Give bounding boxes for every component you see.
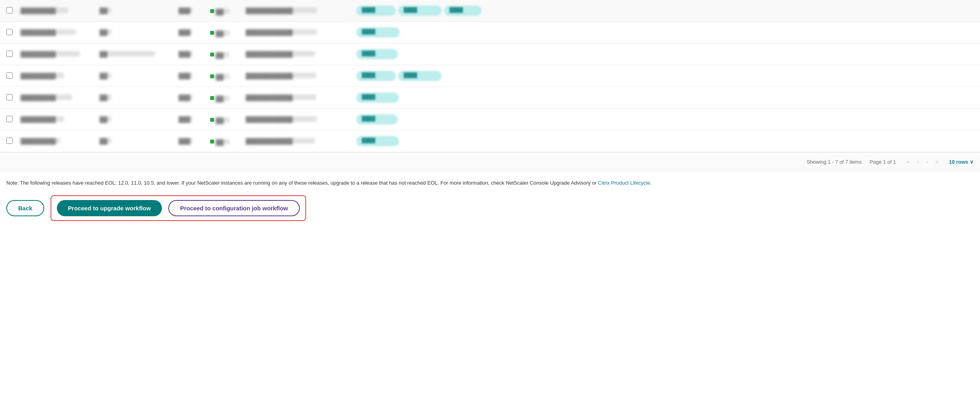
- status-dot: [210, 74, 214, 78]
- instance-group: ██: [100, 51, 155, 57]
- pagination-nav: « ‹ › »: [904, 157, 941, 166]
- pagination-page: Page 1 of 1: [870, 159, 896, 165]
- instance-version: ███: [179, 51, 192, 57]
- row-checkbox[interactable]: [6, 7, 13, 13]
- instance-version: ███: [179, 8, 192, 13]
- status-label: ██: [216, 96, 229, 101]
- tag-badge: ████: [356, 114, 398, 125]
- instance-name: █████████: [21, 73, 64, 78]
- instance-build: ████████████: [246, 138, 315, 144]
- status-label: ██: [216, 9, 229, 14]
- tag-badge: ████: [356, 6, 396, 16]
- table-wrapper: ████████████████████████████████████████…: [0, 0, 980, 152]
- instance-group: ██: [100, 94, 111, 100]
- instance-group: ██: [100, 29, 111, 35]
- instance-build: ████████████: [246, 116, 317, 122]
- instance-version: ███: [179, 138, 192, 144]
- status-dot: [210, 140, 214, 144]
- row-checkbox[interactable]: [6, 94, 13, 100]
- row-checkbox[interactable]: [6, 72, 13, 79]
- tag-badge: ████: [356, 136, 399, 146]
- rows-per-page-select[interactable]: 10 rows ∨: [949, 159, 974, 165]
- table-row: ████████████████████████████████: [0, 43, 980, 65]
- row-checkbox[interactable]: [6, 116, 13, 122]
- instance-name: █████████: [21, 94, 72, 100]
- status-dot: [210, 118, 214, 122]
- instances-table: ████████████████████████████████████████…: [0, 0, 980, 152]
- instance-build: ████████████: [246, 73, 316, 78]
- instance-name: █████████: [21, 51, 80, 57]
- pagination-info: Showing 1 - 7 of 7 items: [807, 159, 861, 165]
- instance-group: ██: [100, 138, 111, 144]
- status-dot: [210, 31, 214, 35]
- tag-badge: ████: [398, 71, 442, 81]
- note-text: Note: The following releases have reache…: [6, 179, 974, 187]
- status-dot: [210, 9, 214, 13]
- status-label: ██: [216, 139, 229, 144]
- prev-page-button[interactable]: ‹: [914, 157, 921, 166]
- tag-badge: ████: [398, 6, 442, 16]
- instance-group: ██: [100, 116, 111, 122]
- table-row: ████████████████████████████████████: [0, 65, 980, 87]
- table-row: ████████████████████████████████████████: [0, 0, 980, 22]
- status-label: ██: [216, 52, 229, 57]
- instance-version: ███: [179, 73, 192, 78]
- instance-build: ████████████: [246, 51, 315, 57]
- instance-version: ███: [179, 29, 192, 35]
- tag-badge: ████: [356, 27, 400, 38]
- tag-badge: ████: [356, 93, 399, 103]
- instance-group: ██: [100, 73, 111, 78]
- row-checkbox[interactable]: [6, 138, 13, 144]
- instance-name: █████████: [21, 8, 68, 13]
- instance-version: ███: [179, 94, 192, 100]
- instance-build: ████████████: [246, 8, 317, 13]
- config-workflow-button[interactable]: Proceed to configuration job workflow: [168, 200, 300, 216]
- instance-name: █████████: [21, 116, 64, 122]
- status-dot: [210, 96, 214, 100]
- instance-build: ████████████: [246, 94, 316, 100]
- back-button[interactable]: Back: [6, 200, 44, 216]
- table-row: ████████████████████████████████: [0, 22, 980, 43]
- instance-name: █████████: [21, 138, 60, 144]
- instance-version: ███: [179, 116, 192, 122]
- pagination-bar: Showing 1 - 7 of 7 items Page 1 of 1 « ‹…: [0, 152, 980, 171]
- highlighted-buttons: Proceed to upgrade workflow Proceed to c…: [51, 195, 306, 221]
- row-checkbox[interactable]: [6, 51, 13, 57]
- tag-badge: ████: [356, 71, 396, 81]
- table-row: ████████████████████████████████: [0, 130, 980, 152]
- lifecycle-link[interactable]: Citrix Product Lifecycle: [598, 180, 650, 186]
- status-dot: [210, 53, 214, 57]
- instance-name: █████████: [21, 29, 76, 35]
- status-label: ██: [216, 117, 229, 123]
- button-row: Back Proceed to upgrade workflow Proceed…: [6, 195, 974, 221]
- main-container: ████████████████████████████████████████…: [0, 0, 980, 227]
- first-page-button[interactable]: «: [904, 157, 912, 166]
- note-section: Note: The following releases have reache…: [0, 171, 980, 227]
- tag-badge: ████: [356, 49, 398, 59]
- upgrade-workflow-button[interactable]: Proceed to upgrade workflow: [57, 200, 162, 216]
- last-page-button[interactable]: »: [933, 157, 941, 166]
- status-label: ██: [216, 74, 229, 79]
- table-row: ████████████████████████████████: [0, 109, 980, 130]
- next-page-button[interactable]: ›: [924, 157, 930, 166]
- row-checkbox[interactable]: [6, 29, 13, 35]
- instance-group: ██: [100, 8, 111, 13]
- table-row: ████████████████████████████████: [0, 87, 980, 109]
- tag-badge: ████: [444, 6, 482, 16]
- instance-build: ████████████: [246, 29, 317, 35]
- status-label: ██: [216, 30, 229, 36]
